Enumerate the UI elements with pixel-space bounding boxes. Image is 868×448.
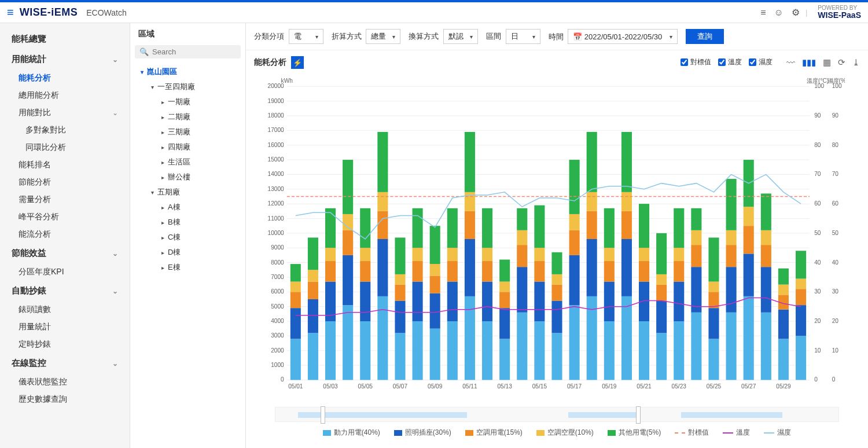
checkbox-對標值[interactable]: 對標值 [681, 57, 711, 67]
svg-rect-67 [290, 339, 301, 380]
svg-rect-92 [360, 248, 370, 261]
nav-group[interactable]: 能耗總覽 [0, 29, 130, 49]
tree-node[interactable]: ▸A棟 [135, 200, 241, 215]
svg-rect-99 [377, 132, 388, 192]
nav-item[interactable]: 定時抄錶 [0, 336, 130, 353]
svg-rect-77 [308, 237, 318, 270]
legend-item: 濕度 [764, 428, 791, 438]
nav-group[interactable]: 在線監控⌄ [0, 353, 130, 373]
query-button[interactable]: 查詢 [686, 29, 724, 44]
svg-rect-167 [604, 282, 615, 321]
line-chart-icon[interactable]: 〰 [786, 58, 795, 68]
nav-item[interactable]: 同環比分析 [0, 139, 130, 156]
menu-icon[interactable]: ≡ [7, 6, 14, 19]
svg-rect-141 [517, 245, 527, 267]
svg-rect-117 [447, 321, 458, 380]
svg-rect-166 [604, 321, 615, 380]
svg-rect-73 [308, 333, 318, 380]
category-select[interactable]: 電▾ [289, 29, 323, 44]
slider-handle-right[interactable] [636, 406, 641, 424]
tree-node[interactable]: ▸二期廠 [135, 109, 241, 124]
interval-select[interactable]: 日▾ [506, 29, 540, 44]
checkbox-濕度[interactable]: 濕度 [749, 57, 773, 67]
nav-item[interactable]: 歷史數據查詢 [0, 391, 130, 408]
svg-rect-184 [656, 301, 667, 333]
checkbox-溫度[interactable]: 溫度 [718, 57, 742, 67]
nav-item[interactable]: 多對象對比 [0, 122, 130, 139]
svg-rect-140 [517, 267, 527, 313]
user-icon[interactable]: ☺ [774, 8, 784, 18]
svg-rect-137 [499, 260, 510, 282]
refresh-icon[interactable]: ⟳ [838, 57, 845, 68]
svg-rect-228 [796, 305, 806, 336]
nav-item[interactable]: 分區年度KPI [0, 263, 130, 281]
tree-node[interactable]: ▾一至四期廠 [135, 79, 241, 94]
svg-rect-110 [413, 208, 423, 248]
svg-rect-225 [778, 269, 789, 285]
svg-rect-126 [465, 132, 475, 192]
svg-rect-113 [430, 276, 440, 293]
nav-group[interactable]: 節能效益⌄ [0, 243, 130, 263]
nav-item[interactable]: 能耗排名 [0, 156, 130, 174]
svg-rect-230 [796, 278, 806, 289]
nav-item[interactable]: 用能對比⌄ [0, 104, 130, 122]
nav-item[interactable]: 能耗分析 [0, 69, 130, 87]
svg-text:0: 0 [281, 376, 284, 383]
nav-group[interactable]: 自動抄錶⌄ [0, 281, 130, 301]
svg-text:0: 0 [814, 376, 818, 383]
tree-node[interactable]: ▾崑山園區 [135, 64, 241, 79]
svg-rect-158 [569, 214, 580, 230]
svg-rect-156 [569, 255, 580, 305]
search-input[interactable] [152, 47, 246, 56]
convert-select[interactable]: 默認▾ [443, 29, 478, 44]
energy-chart: 0100020003000400050006000700080009000100… [258, 75, 845, 403]
tree-node[interactable]: ▸B棟 [135, 215, 241, 230]
time-slider[interactable] [275, 407, 839, 422]
nav-item[interactable]: 峰平谷分析 [0, 208, 130, 226]
nav-item[interactable]: 用量統計 [0, 318, 130, 336]
svg-rect-168 [604, 261, 615, 282]
tree-node[interactable]: ▸三期廠 [135, 124, 241, 139]
nav-item[interactable]: 儀表狀態監控 [0, 373, 130, 391]
svg-rect-169 [604, 248, 615, 261]
tree-node[interactable]: ▸D棟 [135, 245, 241, 260]
calc-select[interactable]: 總量▾ [366, 29, 400, 44]
tree-node[interactable]: ▸四期廠 [135, 139, 241, 155]
svg-rect-180 [639, 248, 649, 261]
svg-text:05/03: 05/03 [323, 383, 338, 390]
svg-rect-216 [761, 313, 771, 380]
svg-rect-177 [639, 321, 649, 380]
date-range-picker[interactable]: 📅 2022/05/01-2022/05/30▾ [568, 29, 678, 44]
tree-node[interactable]: ▸E棟 [135, 260, 241, 275]
svg-text:40: 40 [814, 259, 821, 266]
svg-text:05/01: 05/01 [288, 383, 303, 390]
nav-item[interactable]: 需量分析 [0, 191, 130, 208]
svg-text:13000: 13000 [268, 186, 285, 192]
svg-rect-68 [290, 308, 301, 339]
gear-icon[interactable]: ⚙ [792, 7, 800, 18]
table-icon[interactable]: ▦ [823, 57, 831, 68]
nav-item[interactable]: 總用能分析 [0, 87, 130, 104]
svg-text:15000: 15000 [268, 156, 285, 163]
nav-item[interactable]: 能流分析 [0, 226, 130, 243]
download-icon[interactable]: ⤓ [852, 57, 860, 68]
svg-rect-209 [726, 179, 737, 230]
svg-rect-123 [465, 239, 475, 296]
slider-handle-left[interactable] [321, 406, 325, 424]
list-icon[interactable]: ≡ [760, 8, 766, 18]
nav-item[interactable]: 錶頭讀數 [0, 301, 130, 318]
tree-node[interactable]: ▸生活區 [135, 155, 241, 170]
search-box[interactable]: 🔍 [135, 45, 241, 58]
svg-rect-210 [744, 296, 754, 380]
svg-text:05/11: 05/11 [462, 383, 477, 390]
svg-rect-89 [360, 321, 370, 380]
svg-rect-97 [377, 211, 388, 239]
tree-node[interactable]: ▸C棟 [135, 230, 241, 245]
tree-node[interactable]: ▸一期廠 [135, 94, 241, 109]
nav-item[interactable]: 節能分析 [0, 174, 130, 191]
nav-group[interactable]: 用能統計⌄ [0, 49, 130, 69]
svg-text:2000: 2000 [271, 347, 284, 354]
tree-node[interactable]: ▾五期廠 [135, 185, 241, 200]
tree-node[interactable]: ▸辦公樓 [135, 170, 241, 185]
bar-chart-icon[interactable]: ▮▮▮ [802, 57, 816, 68]
